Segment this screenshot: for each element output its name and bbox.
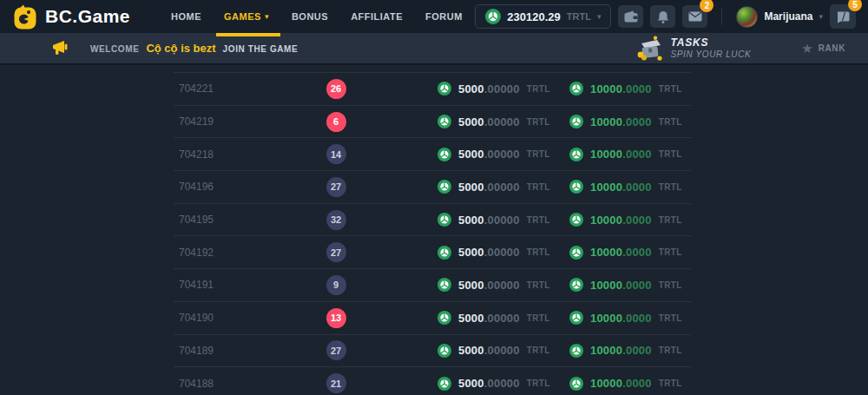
bet-currency: TRTL: [527, 182, 550, 192]
table-row[interactable]: 704218 14 5000 .00000 TRTL 10000: [174, 137, 691, 170]
nav-item-label: BONUS: [292, 11, 328, 22]
bet-amount-dec: .00000: [484, 344, 520, 357]
bet-amount-cell: 5000 .00000 TRTL: [437, 278, 569, 292]
payout-amount-cell: 10000 .0000 TRTL: [569, 213, 682, 227]
bet-amount-int: 5000: [458, 377, 484, 390]
payout-currency: TRTL: [659, 182, 682, 192]
balance-selector[interactable]: 230120.29 TRTL ▾: [475, 4, 611, 29]
payout-amount-cell: 10000 .0000 TRTL: [569, 278, 682, 292]
chat-icon: [836, 10, 850, 23]
nav-item[interactable]: GAMES ▾: [213, 0, 280, 33]
table-row[interactable]: 704195 32 5000 .00000 TRTL 10000: [174, 203, 691, 236]
bet-amount-cell: 5000 .00000 TRTL: [437, 246, 569, 260]
trtl-coin-icon: [569, 278, 583, 292]
trtl-coin-icon: [569, 115, 583, 128]
payout-amount-int: 10000: [590, 377, 622, 390]
chevron-down-icon: ▾: [597, 12, 602, 21]
trtl-coin-icon: [569, 311, 583, 325]
result-badge: 13: [326, 308, 346, 328]
bet-currency: TRTL: [527, 313, 550, 323]
bet-amount-int: 5000: [458, 115, 484, 128]
tasks-text: TASKS SPIN YOUR LUCK: [671, 37, 752, 59]
table-row[interactable]: 704221 26 5000 .00000 TRTL 10000: [174, 72, 691, 105]
payout-currency: TRTL: [659, 117, 682, 127]
chevron-down-icon: ▾: [819, 12, 823, 21]
bell-icon: [657, 10, 669, 23]
bet-currency: TRTL: [527, 84, 550, 94]
bet-id: 704221: [174, 82, 321, 95]
trtl-coin-icon: [437, 82, 451, 95]
table-row[interactable]: 704219 6 5000 .00000 TRTL 10000: [174, 105, 691, 138]
nav-item[interactable]: AFFILIATE: [339, 0, 414, 33]
bcgame-logo[interactable]: BC.Game: [12, 3, 130, 30]
table-row[interactable]: 704196 27 5000 .00000 TRTL 10000: [174, 170, 691, 203]
table-row[interactable]: 704189 27 5000 .00000 TRTL 10000: [174, 334, 691, 367]
bet-amount-cell: 5000 .00000 TRTL: [437, 148, 569, 161]
trtl-coin-icon: [437, 246, 451, 260]
trtl-coin-icon: [437, 213, 451, 227]
payout-amount-dec: .0000: [622, 377, 652, 390]
bet-id: 704189: [174, 345, 321, 357]
nav-item[interactable]: FORUM: [414, 0, 474, 33]
mail-button[interactable]: 2: [682, 5, 707, 28]
bet-amount-dec: .00000: [484, 246, 520, 259]
bet-amount-int: 5000: [458, 82, 484, 95]
bet-currency: TRTL: [527, 247, 550, 257]
rank-widget[interactable]: ★ RANK: [801, 41, 845, 56]
tasks-widget[interactable]: TASKS SPIN YOUR LUCK: [635, 36, 752, 62]
payout-amount-int: 10000: [590, 82, 622, 95]
welcome-username: Cộ cộ is bezt: [146, 42, 215, 55]
bet-id: 704195: [174, 214, 321, 226]
table-row[interactable]: 704192 27 5000 .00000 TRTL 10000: [174, 235, 691, 268]
notifications-button[interactable]: [650, 5, 675, 28]
payout-amount-int: 10000: [590, 246, 622, 259]
bet-currency: TRTL: [527, 379, 550, 388]
bet-amount-cell: 5000 .00000 TRTL: [437, 82, 569, 95]
bet-amount-int: 5000: [458, 181, 484, 194]
trtl-coin-icon: [569, 344, 583, 358]
bet-amount-cell: 5000 .00000 TRTL: [437, 213, 569, 227]
avatar: [736, 6, 758, 28]
treasure-chest-icon: [635, 36, 664, 62]
bet-id: 704191: [174, 279, 321, 291]
main-content: 704221 26 5000 .00000 TRTL 10000: [0, 65, 868, 395]
table-row[interactable]: 704190 13 5000 .00000 TRTL 10000: [174, 301, 691, 334]
rank-label: RANK: [819, 43, 845, 53]
wallet-icon: [624, 10, 638, 23]
trtl-coin-icon: [569, 148, 583, 161]
nav-item-label: FORUM: [425, 11, 463, 22]
payout-amount-cell: 10000 .0000 TRTL: [569, 180, 682, 194]
trtl-coin-icon: [569, 213, 583, 227]
wallet-button[interactable]: [618, 5, 643, 28]
bet-currency: TRTL: [527, 215, 550, 225]
bet-amount-int: 5000: [458, 246, 484, 259]
payout-amount-int: 10000: [590, 312, 622, 325]
user-menu[interactable]: Marijuana ▾: [736, 6, 823, 28]
nav-item[interactable]: HOME: [160, 0, 213, 33]
payout-amount-int: 10000: [590, 344, 622, 357]
trtl-coin-icon: [569, 246, 583, 260]
payout-currency: TRTL: [659, 346, 682, 355]
bet-amount-dec: .00000: [484, 279, 520, 292]
nav-item-label: HOME: [171, 11, 201, 22]
table-row[interactable]: 704188 21 5000 .00000 TRTL 10000: [174, 366, 691, 395]
bet-id: 704188: [174, 378, 321, 390]
mail-badge: 2: [700, 0, 713, 12]
header-divider: [721, 8, 722, 25]
bet-amount-cell: 5000 .00000 TRTL: [437, 180, 569, 194]
bet-amount-dec: .00000: [484, 377, 520, 390]
bet-amount-cell: 5000 .00000 TRTL: [437, 311, 569, 325]
bet-amount-dec: .00000: [484, 148, 520, 161]
nav-item[interactable]: BONUS: [280, 0, 339, 33]
table-row[interactable]: 704191 9 5000 .00000 TRTL 10000: [174, 268, 691, 301]
bet-amount-dec: .00000: [484, 115, 520, 128]
payout-amount-int: 10000: [590, 115, 622, 128]
bet-amount-int: 5000: [458, 312, 484, 325]
bet-amount-cell: 5000 .00000 TRTL: [437, 377, 569, 391]
payout-amount-cell: 10000 .0000 TRTL: [569, 344, 682, 358]
payout-currency: TRTL: [659, 379, 682, 388]
tasks-title: TASKS: [671, 37, 752, 49]
chat-button[interactable]: 5: [830, 4, 856, 29]
welcome-prefix: WELCOME: [90, 44, 139, 54]
top-header: BC.Game HOME GAMES ▾ BONUS AFFILIATE: [0, 0, 868, 33]
